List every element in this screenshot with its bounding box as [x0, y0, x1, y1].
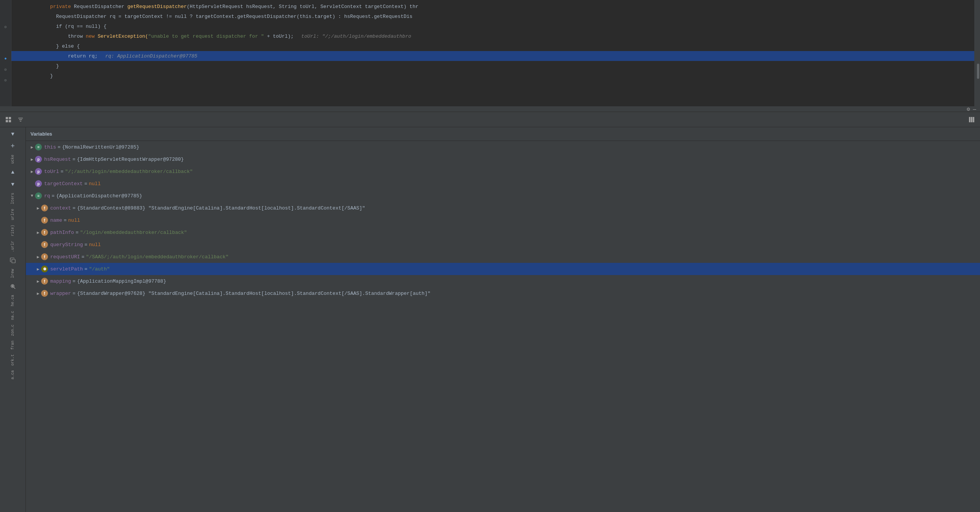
- expand-servletpath[interactable]: [35, 266, 41, 272]
- var-value-hsrequest: {IdmHttpServletRequestWrapper@97280}: [77, 157, 184, 162]
- settings-icon[interactable]: ⚙: [967, 106, 970, 112]
- svg-rect-3: [9, 120, 11, 122]
- var-item-rq[interactable]: = rq = {ApplicationDispatcher@97785}: [26, 190, 980, 202]
- var-name-wrapper: wrapper: [50, 291, 71, 296]
- var-icon-hsrequest: p: [35, 156, 42, 163]
- var-name-name: name: [50, 218, 62, 223]
- var-value-targetcontext: null: [89, 181, 101, 187]
- copy-button[interactable]: [8, 255, 18, 266]
- grid-view-button[interactable]: [3, 114, 14, 125]
- var-item-context[interactable]: f context = {StandardContext@89883} "Sta…: [26, 202, 980, 214]
- expand-rq[interactable]: [29, 193, 35, 199]
- var-name-targetcontext: targetContext: [44, 181, 83, 187]
- var-name-tourl: toUrl: [44, 169, 59, 174]
- var-name-hsrequest: hsRequest: [44, 157, 71, 162]
- side-label-lters: lters: [11, 191, 15, 206]
- gutter-icon-1: [0, 0, 11, 11]
- var-item-querystring[interactable]: f queryString = null: [26, 238, 980, 251]
- var-item-hsrequest[interactable]: p hsRequest = {IdmHttpServletRequestWrap…: [26, 153, 980, 165]
- variables-content: Variables = this = {NormalRewrittenUrl@9…: [26, 127, 980, 512]
- gutter-icon-5: [0, 43, 11, 53]
- expand-this[interactable]: [29, 144, 35, 150]
- var-name-requesturi: requestURI: [50, 254, 80, 260]
- var-item-wrapper[interactable]: f wrapper = {StandardWrapper@97628} "Sta…: [26, 287, 980, 299]
- down-button[interactable]: ▼: [8, 179, 18, 190]
- expand-hsrequest[interactable]: [29, 156, 35, 162]
- columns-button[interactable]: [966, 114, 977, 125]
- expand-tourl[interactable]: [29, 168, 35, 174]
- inline-hint-6: rq: ApplicationDispatcher@97785: [105, 53, 197, 59]
- dropdown-button[interactable]: ▼: [8, 129, 18, 139]
- side-label-orkt: ork.t: [11, 353, 15, 367]
- var-name-this: this: [44, 144, 56, 150]
- scroll-thumb[interactable]: [977, 64, 979, 79]
- gutter-icon-4: [0, 32, 11, 43]
- expand-name: [35, 217, 41, 223]
- code-line-5: } else {: [11, 41, 974, 51]
- var-value-rq: {ApplicationDispatcher@97785}: [56, 193, 142, 199]
- variables-list: = this = {NormalRewrittenUrl@97285} p hs…: [26, 141, 980, 512]
- var-name-servletpath: servletPath: [50, 266, 83, 272]
- var-name-context: context: [50, 205, 71, 211]
- side-label-heca: he.ca: [11, 293, 15, 308]
- svg-rect-7: [969, 117, 970, 122]
- expand-context[interactable]: [35, 205, 41, 211]
- svg-point-13: [12, 286, 13, 287]
- side-label-lrew: lrew: [11, 267, 15, 280]
- inspect-button[interactable]: [8, 281, 18, 292]
- code-line-6: return rq; rq: ApplicationDispatcher@977…: [11, 51, 974, 61]
- var-value-tourl: "/;/auth/login/embeddedauthbroker/callba…: [65, 169, 193, 174]
- var-value-pathinfo: "/login/embeddedauthbroker/callback": [80, 230, 187, 235]
- var-value-this: {NormalRewrittenUrl@97285}: [62, 144, 139, 150]
- side-label-rite: rite): [11, 223, 15, 238]
- left-side-panel: ▼ + ucke ▲ ▼ lters urlre rite) .urlr lre…: [0, 127, 26, 512]
- var-item-targetcontext[interactable]: p targetContext = null: [26, 178, 980, 190]
- var-icon-wrapper: f: [41, 290, 48, 297]
- var-value-wrapper: {StandardWrapper@97628} "StandardEngine[…: [77, 291, 430, 296]
- side-label-nac: na.c: [11, 309, 15, 322]
- var-name-rq: rq: [44, 193, 50, 199]
- code-line-8: }: [11, 71, 974, 81]
- inline-hint-4: toUrl: "/;/auth/login/embeddedauthbro: [301, 34, 411, 39]
- var-item-servletpath[interactable]: ⌚ servletPath = "/auth": [26, 263, 980, 275]
- var-value-context: {StandardContext@89883} "StandardEngine[…: [77, 205, 365, 211]
- minimize-icon[interactable]: —: [973, 106, 976, 112]
- svg-line-12: [14, 287, 15, 289]
- var-icon-this: =: [35, 144, 42, 150]
- var-value-querystring: null: [89, 242, 101, 248]
- var-item-tourl[interactable]: p toUrl = "/;/auth/login/embeddedauthbro…: [26, 165, 980, 178]
- divider-area: ⚙ —: [0, 107, 980, 112]
- add-button[interactable]: +: [8, 141, 18, 152]
- var-icon-mapping: f: [41, 278, 48, 285]
- side-label-urlr: .urlr: [11, 239, 15, 254]
- var-item-mapping[interactable]: f mapping = {ApplicationMappingImpl@9778…: [26, 275, 980, 287]
- debugger-toolbar: [0, 112, 980, 127]
- expand-requesturi[interactable]: [35, 254, 41, 260]
- svg-rect-2: [6, 120, 8, 122]
- side-label-aca: a.ca: [11, 369, 15, 381]
- filter-button[interactable]: [15, 114, 26, 125]
- side-label-fran: fran: [11, 339, 15, 351]
- up-button[interactable]: ▲: [8, 167, 18, 178]
- var-name-mapping: mapping: [50, 278, 71, 284]
- var-item-this[interactable]: = this = {NormalRewrittenUrl@97285}: [26, 141, 980, 153]
- var-icon-querystring: f: [41, 241, 48, 248]
- var-icon-name: f: [41, 217, 48, 224]
- svg-rect-9: [973, 117, 974, 122]
- side-label-zonc: zon.c: [11, 323, 15, 338]
- editor-scrollbar[interactable]: [974, 0, 980, 106]
- var-item-requesturi[interactable]: f requestURI = "/SAAS/;/auth/login/embed…: [26, 251, 980, 263]
- variables-header: Variables: [26, 127, 980, 141]
- var-item-pathinfo[interactable]: f pathInfo = "/login/embeddedauthbroker/…: [26, 226, 980, 238]
- expand-wrapper[interactable]: [35, 290, 41, 296]
- var-name-pathinfo: pathInfo: [50, 230, 74, 235]
- code-editor: ⊙ ● ⊙ ⊙ private RequestDispatcher getReq…: [0, 0, 980, 107]
- var-icon-rq: =: [35, 192, 42, 199]
- expand-pathinfo[interactable]: [35, 229, 41, 235]
- var-icon-context: f: [41, 205, 48, 211]
- variables-panel: ▼ + ucke ▲ ▼ lters urlre rite) .urlr lre…: [0, 127, 980, 512]
- var-item-name[interactable]: f name = null: [26, 214, 980, 226]
- main-container: ⊙ ● ⊙ ⊙ private RequestDispatcher getReq…: [0, 0, 980, 512]
- code-line-7: }: [11, 61, 974, 71]
- expand-mapping[interactable]: [35, 278, 41, 284]
